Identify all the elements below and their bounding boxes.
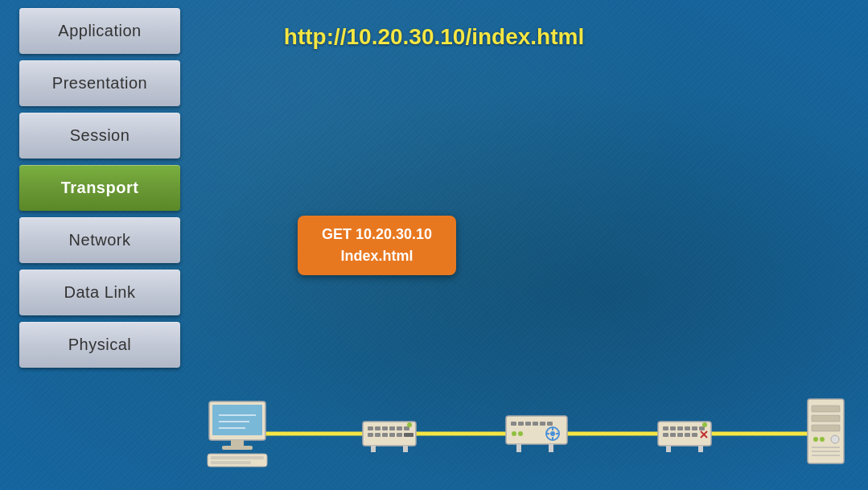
router-device <box>504 412 569 456</box>
svg-rect-50 <box>663 433 668 437</box>
switch3-device <box>656 414 713 454</box>
svg-rect-20 <box>389 433 395 437</box>
svg-rect-53 <box>685 433 690 437</box>
svg-rect-51 <box>670 433 676 437</box>
svg-rect-14 <box>389 426 395 430</box>
packet-line1: GET 10.20.30.10 <box>322 224 432 245</box>
svg-rect-5 <box>211 456 264 459</box>
layer-btn-presentation[interactable]: Presentation <box>19 60 180 106</box>
svg-rect-48 <box>692 426 697 430</box>
svg-rect-29 <box>525 422 531 426</box>
svg-rect-63 <box>812 425 840 431</box>
switch1-device <box>361 414 418 454</box>
svg-rect-11 <box>368 426 373 430</box>
layer-btn-physical[interactable]: Physical <box>19 322 180 368</box>
svg-rect-47 <box>685 426 690 430</box>
layer-btn-data-link[interactable]: Data Link <box>19 270 180 315</box>
svg-rect-15 <box>397 426 402 430</box>
svg-rect-54 <box>692 433 697 437</box>
svg-point-69 <box>820 437 825 442</box>
svg-rect-22 <box>404 433 413 437</box>
svg-rect-59 <box>698 446 703 452</box>
svg-rect-58 <box>666 446 671 452</box>
server-device <box>800 397 852 470</box>
layer-btn-transport[interactable]: Transport <box>19 165 180 211</box>
layer-btn-network[interactable]: Network <box>19 217 180 263</box>
svg-rect-13 <box>382 426 388 430</box>
layer-btn-session[interactable]: Session <box>19 113 180 159</box>
svg-rect-28 <box>518 422 524 426</box>
svg-point-64 <box>831 435 839 443</box>
svg-point-34 <box>550 431 555 436</box>
url-display: http://10.20.30.10/index.html <box>284 24 584 50</box>
svg-rect-4 <box>208 454 267 467</box>
svg-rect-30 <box>533 422 538 426</box>
workstation-device <box>201 397 274 470</box>
svg-point-39 <box>512 431 516 436</box>
svg-rect-46 <box>677 426 683 430</box>
svg-rect-1 <box>212 405 262 435</box>
svg-rect-31 <box>540 422 545 426</box>
svg-rect-3 <box>222 446 253 450</box>
packet-bubble: GET 10.20.30.10 Index.html <box>298 216 456 275</box>
svg-rect-19 <box>382 433 388 437</box>
svg-rect-44 <box>663 426 668 430</box>
svg-rect-6 <box>211 461 251 464</box>
packet-line2: Index.html <box>322 245 432 267</box>
svg-rect-62 <box>812 415 840 422</box>
svg-point-23 <box>407 422 412 427</box>
svg-rect-41 <box>516 444 521 452</box>
svg-point-40 <box>518 431 523 436</box>
layer-btn-application[interactable]: Application <box>19 8 180 54</box>
svg-rect-32 <box>547 422 553 426</box>
svg-rect-18 <box>375 433 381 437</box>
svg-point-57 <box>702 422 707 427</box>
svg-rect-17 <box>368 433 373 437</box>
svg-rect-27 <box>511 422 516 426</box>
osi-layer-list: ApplicationPresentationSessionTransportN… <box>19 8 180 368</box>
svg-rect-21 <box>397 433 402 437</box>
svg-rect-45 <box>670 426 676 430</box>
svg-rect-61 <box>812 406 840 412</box>
svg-point-68 <box>813 437 818 442</box>
svg-rect-24 <box>371 446 376 452</box>
svg-rect-52 <box>677 433 683 437</box>
svg-rect-25 <box>403 446 408 452</box>
svg-rect-12 <box>375 426 381 430</box>
network-diagram <box>201 393 852 474</box>
svg-rect-42 <box>549 444 553 452</box>
svg-rect-2 <box>231 440 244 447</box>
